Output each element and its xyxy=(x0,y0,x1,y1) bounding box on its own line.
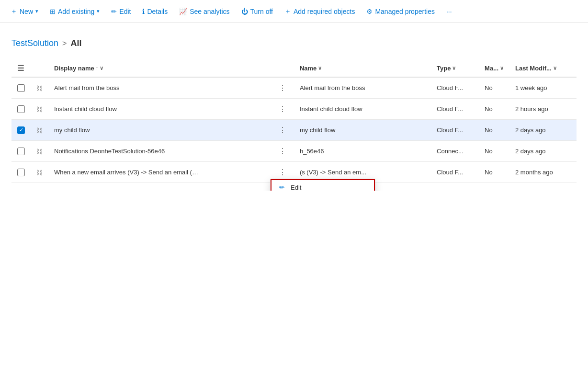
name-col-header[interactable]: Name ∨ xyxy=(294,60,431,77)
managed-properties-icon: ⚙ xyxy=(366,8,373,15)
context-menu-item-edit[interactable]: ✏Edit xyxy=(271,179,375,191)
last-modified-col-header[interactable]: Last Modif... ∨ xyxy=(509,60,577,77)
row-checkbox[interactable] xyxy=(17,169,25,176)
table-row[interactable]: ⛓Notifications DeonheTestSolution-56e46⋮… xyxy=(11,141,577,162)
table-row[interactable]: ✓⛓my child flow⋮my child flowCloud F...N… xyxy=(11,120,577,141)
select-all-header[interactable]: ☰ xyxy=(11,60,31,77)
context-menu: ✏EditℹDetails📈See analytics⏻Turn off+Add… xyxy=(270,179,375,191)
analytics-icon: 📈 xyxy=(179,8,187,15)
see-analytics-button[interactable]: 📈 See analytics xyxy=(174,5,234,18)
new-chevron-icon: ▾ xyxy=(35,8,38,14)
type-col-header[interactable]: Type ∨ xyxy=(431,60,479,77)
ma-col-header[interactable]: Ma... ∨ xyxy=(479,60,509,77)
add-required-icon: ＋ xyxy=(284,7,291,16)
ma-cell: No xyxy=(479,141,509,162)
dots-menu-button[interactable]: ⋮ xyxy=(277,167,288,178)
display-name-cell: Alert mail from the boss xyxy=(48,77,271,99)
plus-icon: ＋ xyxy=(11,7,17,16)
last-modified-cell: 2 hours ago xyxy=(509,99,577,120)
row-checkbox[interactable]: ✓ xyxy=(17,126,25,134)
name-cell: Alert mail from the boss xyxy=(294,77,431,99)
display-name-col-header[interactable]: Display name ↑ ∨ xyxy=(48,60,271,77)
last-modified-cell: 2 days ago xyxy=(509,120,577,141)
last-modified-cell: 2 months ago xyxy=(509,162,577,183)
dots-menu-button[interactable]: ⋮ xyxy=(277,103,288,114)
add-existing-chevron-icon: ▾ xyxy=(97,8,100,14)
add-existing-button[interactable]: ⊞ Add existing ▾ xyxy=(45,5,104,18)
row-actions-button[interactable]: ⋮ xyxy=(271,99,294,120)
breadcrumb-separator: > xyxy=(62,39,67,48)
add-existing-icon: ⊞ xyxy=(50,8,56,15)
last-modified-cell: 2 days ago xyxy=(509,141,577,162)
table-row[interactable]: ⛓Alert mail from the boss⋮Alert mail fro… xyxy=(11,77,577,99)
dots-menu-button[interactable]: ⋮ xyxy=(277,125,288,136)
type-cell: Cloud F... xyxy=(431,77,479,99)
type-cell: Connec... xyxy=(431,141,479,162)
row-checkbox[interactable] xyxy=(17,148,25,155)
toolbar: ＋ New ▾ ⊞ Add existing ▾ ✏ Edit ℹ Detail… xyxy=(0,0,588,23)
display-name-cell: Notifications DeonheTestSolution-56e46 xyxy=(48,141,271,162)
edit-label: Edit xyxy=(291,184,301,191)
type-icon: ⛓ xyxy=(31,141,48,162)
type-cell: Cloud F... xyxy=(431,162,479,183)
table-container: ☰ Display name ↑ ∨ Name ∨ xyxy=(11,60,577,183)
display-name-cell: When a new email arrives (V3) -> Send an… xyxy=(48,162,271,183)
actions-col-header xyxy=(271,60,294,77)
dots-menu-button[interactable]: ⋮ xyxy=(277,146,288,157)
type-icon: ⛓ xyxy=(31,77,48,99)
row-checkbox[interactable] xyxy=(17,84,25,92)
name-cell: Instant child cloud flow xyxy=(294,99,431,120)
table-row[interactable]: ⛓Instant child cloud flow⋮Instant child … xyxy=(11,99,577,120)
add-required-button[interactable]: ＋ Add required objects xyxy=(280,4,360,19)
type-icon: ⛓ xyxy=(31,162,48,183)
row-actions-button[interactable]: ⋮ xyxy=(271,141,294,162)
type-icon: ⛓ xyxy=(31,120,48,141)
turn-off-icon: ⏻ xyxy=(241,8,248,15)
last-modified-sort-icon: ∨ xyxy=(553,65,557,71)
display-name-cell: Instant child cloud flow xyxy=(48,99,271,120)
new-button[interactable]: ＋ New ▾ xyxy=(6,4,43,19)
name-sort-icon: ∨ xyxy=(318,65,322,71)
type-icon: ⛓ xyxy=(31,99,48,120)
edit-icon: ✏ xyxy=(111,8,117,15)
display-name-sort-icon: ↑ ∨ xyxy=(96,65,104,71)
ma-cell: No xyxy=(479,162,509,183)
dots-menu-button[interactable]: ⋮ xyxy=(277,82,288,93)
row-actions-button[interactable]: ⋮ xyxy=(271,77,294,99)
managed-properties-button[interactable]: ⚙ Managed properties xyxy=(362,5,440,18)
turn-off-button[interactable]: ⏻ Turn off xyxy=(237,5,278,18)
type-sort-icon: ∨ xyxy=(452,65,456,71)
items-table: ☰ Display name ↑ ∨ Name ∨ xyxy=(11,60,577,183)
row-actions-button[interactable]: ⋮ xyxy=(271,120,294,141)
breadcrumb: TestSolution > All xyxy=(11,38,577,48)
row-checkbox[interactable] xyxy=(17,105,25,113)
icon-col-header xyxy=(31,60,48,77)
display-name-cell: my child flow xyxy=(48,120,271,141)
ma-cell: No xyxy=(479,120,509,141)
breadcrumb-parent[interactable]: TestSolution xyxy=(11,38,58,48)
type-cell: Cloud F... xyxy=(431,120,479,141)
name-cell: h_56e46 xyxy=(294,141,431,162)
details-icon: ℹ xyxy=(142,8,145,15)
more-button[interactable]: ··· xyxy=(441,5,457,18)
main-content: TestSolution > All ☰ Display name ↑ ∨ xyxy=(0,23,588,191)
breadcrumb-current: All xyxy=(70,38,81,48)
ma-sort-icon: ∨ xyxy=(500,65,504,71)
ma-cell: No xyxy=(479,99,509,120)
type-cell: Cloud F... xyxy=(431,99,479,120)
edit-button[interactable]: ✏ Edit xyxy=(106,5,136,18)
edit-icon: ✏ xyxy=(278,183,286,191)
details-button[interactable]: ℹ Details xyxy=(137,5,172,18)
last-modified-cell: 1 week ago xyxy=(509,77,577,99)
ma-cell: No xyxy=(479,77,509,99)
name-cell: my child flow xyxy=(294,120,431,141)
